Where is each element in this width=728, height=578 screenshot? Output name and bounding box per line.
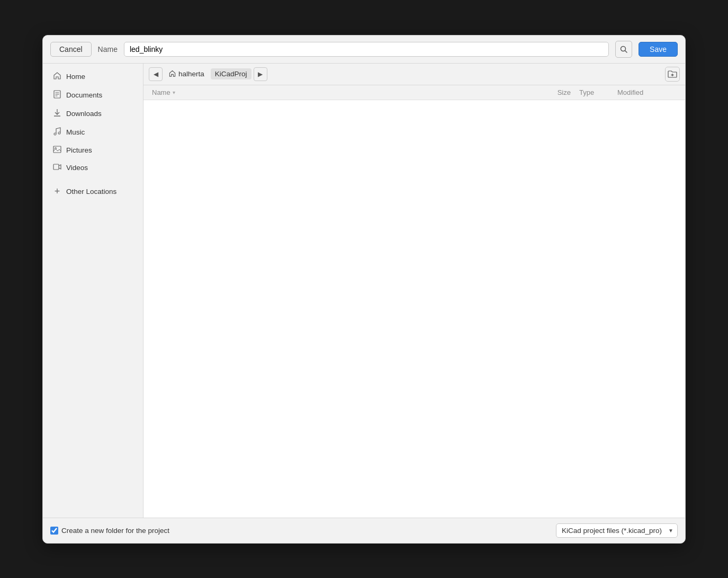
- column-size[interactable]: Size: [528, 88, 571, 96]
- svg-point-9: [58, 132, 60, 134]
- sidebar-item-music[interactable]: Music: [45, 123, 141, 141]
- videos-icon: [52, 163, 62, 172]
- sidebar-item-other-locations-label: Other Locations: [66, 188, 116, 195]
- column-name[interactable]: Name ▾: [152, 88, 528, 96]
- new-folder-icon: [668, 70, 677, 78]
- other-locations-icon: +: [52, 186, 62, 197]
- create-folder-checkbox[interactable]: [50, 527, 58, 535]
- sidebar-item-pictures[interactable]: Pictures: [45, 142, 141, 158]
- save-button[interactable]: Save: [639, 42, 678, 57]
- home-icon: [52, 72, 62, 82]
- sidebar-item-home[interactable]: Home: [45, 68, 141, 85]
- column-name-label: Name: [152, 88, 170, 96]
- sidebar-item-documents[interactable]: Documents: [45, 86, 141, 104]
- file-type-select[interactable]: KiCad project files (*.kicad_pro): [556, 523, 678, 538]
- file-list-header: Name ▾ Size Type Modified: [143, 85, 685, 100]
- file-area[interactable]: [143, 100, 685, 518]
- sidebar: Home Documents: [43, 64, 143, 518]
- path-back-button[interactable]: ◀: [149, 67, 163, 81]
- dialog-header: Cancel Name Save: [43, 35, 685, 64]
- file-type-wrapper: KiCad project files (*.kicad_pro): [556, 523, 678, 538]
- cancel-button[interactable]: Cancel: [50, 42, 92, 57]
- svg-rect-12: [53, 164, 59, 170]
- sidebar-item-documents-label: Documents: [66, 91, 102, 99]
- sidebar-item-other-locations[interactable]: + Other Locations: [45, 182, 141, 201]
- column-size-label: Size: [558, 88, 571, 96]
- create-folder-label-text: Create a new folder for the project: [61, 527, 169, 535]
- home-crumb-icon: [169, 70, 176, 78]
- sidebar-item-downloads-label: Downloads: [66, 110, 102, 118]
- new-folder-button[interactable]: [665, 67, 680, 82]
- svg-point-8: [54, 133, 56, 135]
- pictures-icon: [52, 146, 62, 155]
- back-arrow-icon: ◀: [154, 70, 158, 78]
- path-bar: ◀ halherta KiCadProj ▶: [143, 64, 685, 85]
- column-type[interactable]: Type: [571, 88, 613, 96]
- column-modified-label: Modified: [617, 88, 643, 96]
- sidebar-item-downloads[interactable]: Downloads: [45, 105, 141, 122]
- sidebar-item-home-label: Home: [66, 73, 85, 81]
- search-icon: [620, 46, 627, 53]
- sidebar-item-music-label: Music: [66, 128, 85, 136]
- documents-icon: [52, 90, 62, 100]
- create-folder-checkbox-label[interactable]: Create a new folder for the project: [50, 527, 169, 535]
- downloads-icon: [52, 109, 62, 119]
- main-content: ◀ halherta KiCadProj ▶: [143, 64, 685, 518]
- path-forward-button[interactable]: ▶: [254, 67, 267, 81]
- dialog-body: Home Documents: [43, 64, 685, 518]
- name-label: Name: [98, 45, 118, 54]
- music-icon: [52, 127, 62, 137]
- breadcrumb-kicadproj[interactable]: KiCadProj: [211, 68, 251, 79]
- sort-arrow-icon: ▾: [173, 90, 175, 95]
- forward-arrow-icon: ▶: [258, 70, 263, 78]
- breadcrumb-kicadproj-label: KiCadProj: [215, 70, 247, 78]
- sidebar-item-videos-label: Videos: [66, 164, 88, 172]
- save-dialog: Cancel Name Save Home: [42, 35, 686, 544]
- column-type-label: Type: [579, 88, 594, 96]
- filename-input[interactable]: [124, 42, 609, 57]
- sidebar-item-pictures-label: Pictures: [66, 146, 92, 154]
- search-button[interactable]: [615, 41, 632, 58]
- svg-line-1: [625, 50, 627, 52]
- svg-rect-10: [53, 146, 61, 153]
- column-modified[interactable]: Modified: [613, 88, 677, 96]
- dialog-footer: Create a new folder for the project KiCa…: [43, 518, 685, 543]
- sidebar-item-videos[interactable]: Videos: [45, 159, 141, 176]
- breadcrumb-halherta-label: halherta: [178, 70, 204, 78]
- breadcrumb-halherta[interactable]: halherta: [165, 68, 209, 80]
